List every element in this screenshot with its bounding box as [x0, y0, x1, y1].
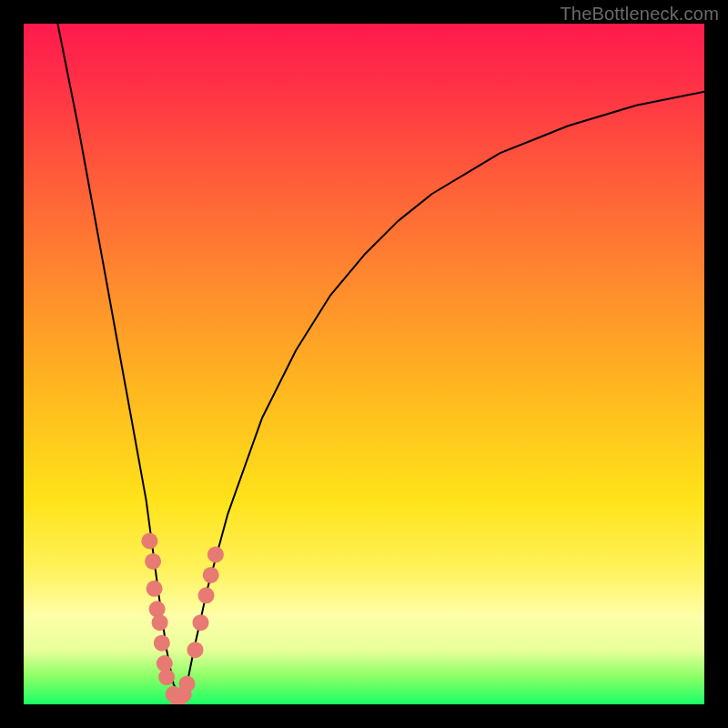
- data-point-marker: [179, 676, 196, 693]
- data-point-marker: [141, 533, 157, 550]
- data-point-marker: [147, 581, 163, 597]
- data-point-marker: [187, 642, 204, 658]
- plot-area: [24, 24, 704, 704]
- data-point-marker: [158, 669, 175, 685]
- watermark-text: TheBottleneck.com: [560, 4, 719, 25]
- data-point-marker: [203, 567, 219, 583]
- data-point-marker: [193, 614, 209, 631]
- data-point-marker: [168, 690, 185, 705]
- data-point-marker: [154, 635, 170, 652]
- data-point-marker: [145, 553, 161, 570]
- data-point-marker: [152, 614, 168, 631]
- bottleneck-curve-path: [57, 24, 704, 698]
- data-point-marker: [149, 601, 166, 617]
- chart-frame: TheBottleneck.com: [0, 0, 728, 728]
- data-point-marker: [207, 546, 224, 562]
- bottleneck-curve-svg: [24, 24, 704, 704]
- data-point-marker: [157, 655, 173, 672]
- data-point-marker: [198, 587, 215, 603]
- data-point-marker: [166, 686, 182, 703]
- data-point-marker: [172, 690, 188, 705]
- data-point-marker: [176, 686, 192, 703]
